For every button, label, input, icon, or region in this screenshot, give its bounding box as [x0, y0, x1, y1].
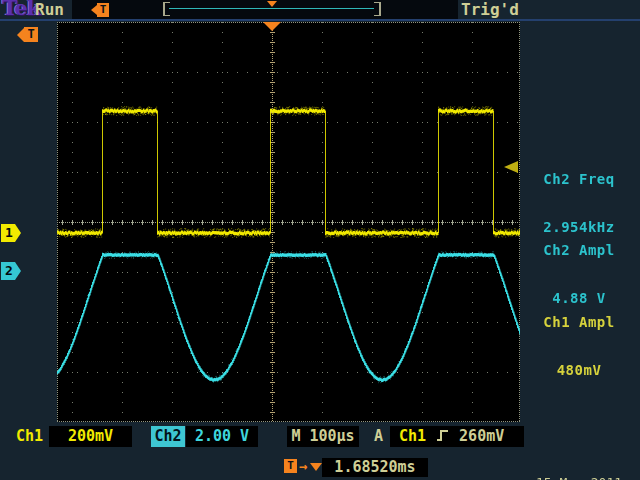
measurement-ch1-ampl: Ch1 Ampl 480mV: [519, 282, 639, 394]
timebase-readout: M 100µs: [287, 426, 359, 447]
ch2-ground-marker: 2: [1, 262, 21, 280]
datetime-readout: 15 Mar 2011 16:51:56: [536, 443, 640, 480]
record-view-background: [72, 0, 458, 19]
trigger-t-icon: T: [24, 27, 38, 42]
timebase-value: 100µs: [309, 427, 354, 445]
ch1-scale-readout: 200mV: [49, 426, 132, 447]
left-arrow-icon: [17, 28, 24, 42]
trigger-offscreen-left-icon: T: [91, 3, 109, 17]
date-value: 15 Mar 2011: [536, 475, 640, 480]
trigger-mode-label: A: [374, 426, 383, 447]
trigger-level-value: 260mV: [459, 427, 504, 445]
record-view-line: [169, 8, 374, 9]
oscilloscope-screen: { "top_bar": { "logo": "Tek", "acquisiti…: [0, 0, 640, 480]
trigger-delay-readout: 1.68520ms: [322, 458, 428, 477]
ch1-ground-marker: 1: [1, 224, 21, 242]
trigger-status: Trig'd: [461, 0, 519, 19]
record-window-bracket-right: [374, 2, 381, 16]
measurement-value: 480mV: [519, 362, 639, 378]
top-bar-divider: [0, 19, 640, 21]
trigger-point-offscreen-icon: T: [17, 27, 38, 42]
ch2-label-badge: Ch2: [151, 426, 185, 447]
measurement-label: Ch2 Ampl: [519, 242, 639, 258]
waveform-canvas: [57, 22, 520, 422]
trigger-readout: Ch1260mV: [390, 426, 524, 447]
top-status-bar: Tek Run T Trig'd: [0, 0, 640, 19]
rising-slope-icon: [436, 428, 449, 443]
record-window-bracket-left: [163, 2, 170, 16]
measurement-label: Ch2 Freq: [519, 171, 639, 187]
trigger-level-arrow-icon: [504, 161, 518, 173]
trigger-position-marker-icon: [263, 22, 281, 31]
right-arrow-icon: →: [299, 458, 307, 474]
measurement-label: Ch1 Ampl: [519, 314, 639, 330]
timebase-label: M: [291, 427, 300, 445]
record-view-position-marker-icon: [267, 1, 277, 7]
trigger-t-icon: T: [284, 459, 297, 473]
trigger-t-icon: T: [97, 3, 109, 17]
ch1-label: Ch1: [16, 426, 43, 447]
acquisition-status: Run: [35, 0, 64, 19]
trigger-delay-icon: T: [284, 459, 297, 473]
trigger-source: Ch1: [399, 427, 426, 445]
down-triangle-icon: [310, 463, 322, 471]
ch2-scale-readout: 2.00 V: [186, 426, 258, 447]
